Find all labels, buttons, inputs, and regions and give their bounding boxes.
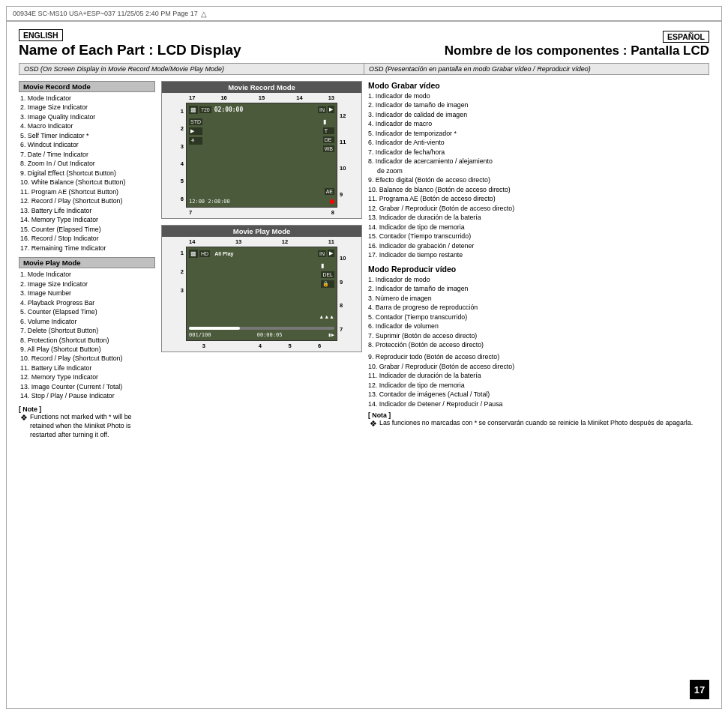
header-bar: 00934E SC-MS10 USA+ESP~037 11/25/05 2:40… (6, 6, 722, 21)
play-mode-icon: ▩ (189, 250, 198, 258)
right-side-icons: ▮ T DE WB (323, 118, 334, 152)
list-item-es: 10. Grabar / Reproducir (Botón de acceso… (368, 362, 709, 371)
bnum-7: 7 (189, 209, 192, 216)
list-item-es: 7. Suprimir (Botón de acceso directo) (368, 331, 709, 340)
lnum-2: 2 (165, 125, 184, 132)
play-elapsed: 00:00:05 (257, 332, 283, 338)
list-item: 4. Macro Indicator (20, 121, 155, 130)
zoom-out-indicator-es: 16. Indicador de grabación / detener (368, 241, 709, 250)
list-item: 11. Program AE (Shortcut Button) (20, 187, 155, 196)
modo-reproducir-section: Modo Reproducir vídeo 1. Indicador de mo… (368, 265, 709, 350)
list-item: 14. Memory Type Indicator (20, 215, 155, 224)
list-item-es: 3. Indicador de calidad de imagen (368, 110, 709, 119)
play-top-nums: 14 13 12 11 (162, 237, 361, 245)
bat-icon: ▮ (323, 118, 334, 125)
play-screen: ▩ HD All Play IN ▶ ▮ DEL 🔒 (186, 247, 337, 341)
res-icon: 720 (199, 106, 211, 113)
lnum-5: 5 (165, 178, 184, 184)
list-item: 12. Memory Type Indicator (20, 372, 155, 381)
num-17: 17 (189, 94, 195, 101)
lang-headers: ENGLISH Name of Each Part : LCD Display … (7, 22, 721, 60)
center-column: Movie Record Mode 17 16 15 14 13 1 2 3 (161, 81, 362, 440)
list-item-es: 15. Contador (Tiempo transcurrido) (368, 232, 709, 241)
movie-play-list: 1. Mode Indicator 2. Image Size Indicato… (19, 270, 155, 401)
bottom-timecode: 12:00 2:08:00 (189, 199, 334, 205)
list-item: 9. Digital Effect (Shortcut Button) (20, 169, 155, 178)
pnum-12: 12 (282, 238, 288, 245)
body-layout: Movie Record Mode 1. Mode Indicator 2. I… (7, 78, 721, 443)
list-item-es: 7. Indicador de fecha/hora (368, 148, 709, 157)
list-item-es: 6. Indicador de Anti-viento (368, 138, 709, 147)
timecode-display: 02:00:00 (214, 106, 244, 113)
pbnum-5: 4 (259, 343, 262, 349)
nota-symbol-es: ❖ (370, 419, 377, 428)
bnum-8: 8 (331, 209, 334, 216)
num-14: 14 (296, 94, 302, 101)
num-13: 13 (328, 94, 334, 101)
list-item: 2. Image Size Indicator (20, 280, 155, 289)
lcd-play-box: Movie Play Mode 14 13 12 11 1 2 3 (161, 225, 362, 352)
playback-progress-bar-item: 4. Playback Progress Bar (20, 298, 155, 307)
movie-record-list: 1. Mode Indicator 2. Image Size Indicato… (19, 94, 155, 253)
std-icon: STD (189, 118, 202, 125)
list-item-es: de zoom (368, 166, 709, 175)
rnum-11: 11 (340, 139, 358, 145)
vol-indicator: ▲▲▲ (319, 314, 334, 319)
list-item: 9. All Play (Shortcut Button) (20, 345, 155, 354)
list-item: 14. Stop / Play / Pause Indicator (20, 391, 155, 400)
title-en: Name of Each Part : LCD Display (19, 43, 364, 58)
list-item: 10. Record / Play (Shortcut Button) (20, 354, 155, 363)
red-rec-dot (330, 199, 334, 204)
list-item: 13. Image Counter (Current / Total) (20, 382, 155, 391)
note-section-en: [ Note ] ❖ Functions not marked with * w… (19, 405, 155, 440)
record-left-nums: 1 2 3 4 5 6 (165, 103, 186, 208)
screen-icons-top: ▩ 720 02:00:00 IN ▶ (189, 106, 334, 114)
list-item-es: 4. Indicador de macro (368, 119, 709, 128)
record-stop-indicator: 16. Record / Stop Indicator (20, 234, 155, 243)
lnum-6: 6 (165, 196, 184, 202)
list-item-es: 13. Contador de imágenes (Actual / Total… (368, 390, 709, 399)
progress-bar-display (189, 327, 334, 330)
spanish-label: ESPAÑOL (663, 31, 709, 43)
list-item: 6. Windcut Indicator (20, 140, 155, 149)
list-item: 3. Image Number (20, 289, 155, 298)
play-bottom-area: 001/100 00:00:05 ▮▶ (189, 327, 334, 338)
de-icon: DE (323, 136, 334, 143)
list-item: 1. Mode Indicator (20, 94, 155, 103)
record-screen-wrap: 1 2 3 4 5 6 ▩ 720 02:00:0 (162, 101, 361, 209)
list-item: 15. Counter (Elapsed Time) (20, 225, 155, 234)
prot-icon: 🔒 (321, 280, 334, 288)
osd-es: OSD (Presentación en pantalla en modo Gr… (364, 64, 709, 74)
english-header: ENGLISH Name of Each Part : LCD Display (19, 29, 364, 58)
movie-play-title: Movie Play Mode (19, 257, 155, 268)
list-item-es: 10. Balance de blanco (Botón de acceso d… (368, 185, 709, 194)
movie-record-title: Movie Record Mode (19, 81, 155, 92)
image-counter: 001/100 (189, 332, 211, 338)
num-16: 16 (220, 94, 226, 101)
elapsed-time: 12:00 2:08:00 (189, 199, 230, 205)
play-mem-icon: IN (318, 250, 326, 257)
play-bottom-info: 001/100 00:00:05 ▮▶ (189, 332, 334, 338)
play-right-nums: 10 9 8 7 (337, 247, 358, 341)
list-item: 8. Zoom In / Out Indicator (20, 159, 155, 168)
rnum-12: 12 (340, 112, 358, 119)
list-item-es: 13. Indicador de duración de la batería (368, 213, 709, 222)
num-15: 15 (259, 94, 265, 101)
movie-play-section: Movie Play Mode 1. Mode Indicator 2. Ima… (19, 257, 155, 401)
left-column: Movie Record Mode 1. Mode Indicator 2. I… (19, 81, 155, 440)
play-all-icon: All Play (214, 251, 233, 256)
list-item: 5. Self Timer Indicator * (20, 131, 155, 140)
play-bat-icon: ▮ (321, 262, 334, 269)
zoom-icon: T (323, 127, 334, 134)
list-item-es: 11. Indicador de duración de la batería (368, 371, 709, 380)
modo-grabar-section: Modo Grabar vídeo 1. Indicador de modo 2… (368, 81, 709, 260)
play-screen-wrap: 1 2 3 ▩ HD All Play IN ▶ (162, 245, 361, 343)
mode-icon: ▩ (189, 106, 198, 114)
prnum-7: 7 (340, 326, 358, 333)
list-item-es: 4. Barra de progreso de reproducción (368, 303, 709, 312)
list-item: 6. Volume Indicator (20, 317, 155, 326)
list-item-es: 14. Indicador de Detener / Reproducir / … (368, 399, 709, 408)
screen-bottom-area: 12:00 2:08:00 (189, 199, 334, 205)
ae-icon: AE (325, 188, 334, 195)
stop-play-icon: ▮▶ (328, 332, 334, 338)
